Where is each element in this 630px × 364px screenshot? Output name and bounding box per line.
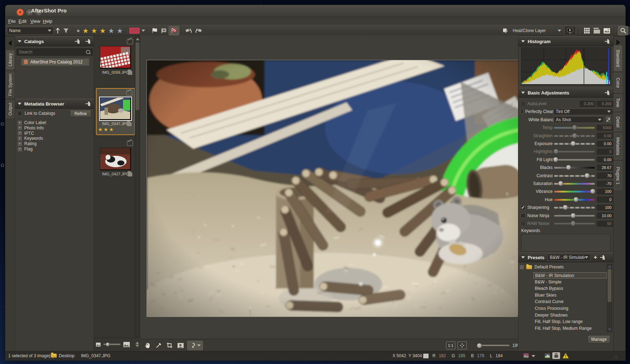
grid-view-icon[interactable] bbox=[582, 26, 591, 35]
noise_ninja-value[interactable]: 10.00 bbox=[597, 212, 613, 219]
presets-scrollbar[interactable] bbox=[607, 264, 612, 332]
straighten-value[interactable]: 0.00 bbox=[597, 133, 613, 139]
color-profile-icon[interactable] bbox=[523, 353, 529, 359]
tab-tone[interactable]: Tone bbox=[614, 94, 622, 111]
autolevel-checkbox[interactable] bbox=[521, 101, 526, 106]
preset-item[interactable]: Bleach Bypass bbox=[533, 286, 607, 292]
resize-grip[interactable]: ∷ bbox=[614, 354, 618, 359]
metadata-item-flag[interactable]: +Flag bbox=[18, 147, 32, 152]
menu-file[interactable]: File bbox=[7, 18, 17, 25]
rating-star-1[interactable]: ★ bbox=[81, 27, 90, 34]
warning-icon[interactable] bbox=[562, 353, 569, 360]
perfectly_clear-select[interactable]: Tint Off bbox=[553, 108, 613, 115]
menu-help[interactable]: Help bbox=[41, 18, 54, 25]
thumbnail-IMG_0099.JPG[interactable]: IMG_0099.JPG bbox=[96, 37, 135, 83]
menu-view[interactable]: View bbox=[29, 18, 42, 25]
blacks-slider-thumb[interactable] bbox=[566, 165, 571, 170]
close-button[interactable]: × bbox=[16, 9, 24, 16]
manage-presets-button[interactable]: Manage bbox=[588, 335, 610, 344]
collapse-folder-icon[interactable]: − bbox=[520, 265, 524, 269]
rating-star-4[interactable]: ★ bbox=[107, 27, 116, 34]
preset-item[interactable]: B&W - IR Simulation bbox=[533, 272, 607, 278]
highlights-slider-track[interactable] bbox=[554, 151, 595, 153]
collapse-triangle-icon[interactable] bbox=[18, 40, 21, 42]
tab-library[interactable]: Library bbox=[6, 50, 15, 70]
thumbnail-rating[interactable]: ★★★ bbox=[98, 127, 134, 132]
link-to-catalogs-checkbox[interactable] bbox=[17, 111, 22, 116]
tab-color[interactable]: Color bbox=[614, 73, 622, 92]
flag-unpick-icon[interactable] bbox=[159, 26, 169, 35]
small-thumbnails-icon[interactable] bbox=[96, 342, 101, 347]
temp-value[interactable]: 5000 bbox=[597, 125, 613, 131]
catalogs-header[interactable]: Catalogs bbox=[15, 36, 94, 46]
flag-pick-icon[interactable] bbox=[150, 26, 159, 35]
metadata-item-rating[interactable]: +Rating bbox=[18, 141, 37, 146]
blacks-slider-track[interactable] bbox=[554, 167, 595, 169]
fill_light-slider-track[interactable] bbox=[554, 159, 595, 161]
pin-icon[interactable] bbox=[86, 102, 91, 106]
pin-icon[interactable] bbox=[86, 39, 91, 43]
refine-button[interactable]: Refine bbox=[70, 110, 91, 117]
perfectly_clear-checkbox[interactable] bbox=[521, 109, 523, 114]
expand-icon[interactable]: + bbox=[18, 142, 22, 146]
preset-item[interactable]: Contrast Curve bbox=[533, 299, 607, 305]
preset-item[interactable]: B&W - Simple bbox=[533, 279, 607, 285]
thumbnail-image[interactable] bbox=[100, 97, 131, 120]
highlights-value[interactable]: 0 bbox=[597, 149, 613, 155]
layer-icon[interactable] bbox=[501, 26, 509, 35]
pin-icon[interactable] bbox=[605, 39, 610, 43]
color-label-swatch[interactable] bbox=[129, 27, 140, 34]
rotate-right-icon[interactable] bbox=[194, 26, 203, 35]
selection-lasso-tool[interactable] bbox=[187, 341, 203, 350]
exposure-value[interactable]: 0.00 bbox=[597, 141, 613, 147]
sharpening-checkbox[interactable]: ✓ bbox=[521, 205, 526, 210]
zoom-slider[interactable] bbox=[476, 343, 510, 348]
saturation-slider-thumb[interactable] bbox=[558, 181, 563, 186]
basic-adjustments-header[interactable]: Basic Adjustments bbox=[518, 88, 613, 98]
preset-item[interactable]: Fill, One Stop, Wide Range bbox=[533, 332, 607, 333]
raw_noise-slider-thumb[interactable] bbox=[570, 221, 576, 226]
filmstrip-scrollbar[interactable] bbox=[135, 36, 140, 337]
title-bar[interactable]: × – ▫ AfterShot Pro bbox=[5, 5, 625, 17]
sharpening-slider-thumb[interactable] bbox=[563, 205, 568, 210]
scroll-up-icon[interactable] bbox=[608, 265, 611, 268]
raw_noise-checkbox[interactable] bbox=[521, 221, 526, 226]
noise_ninja-slider-thumb[interactable] bbox=[570, 213, 576, 218]
folder-icon[interactable] bbox=[51, 353, 57, 358]
scroll-down-icon[interactable] bbox=[135, 345, 139, 347]
histogram-toggle-icon[interactable] bbox=[544, 353, 550, 359]
raw_noise-value[interactable]: 50 bbox=[597, 221, 613, 227]
image-view-icon[interactable] bbox=[602, 26, 611, 35]
zoom-fit-button[interactable] bbox=[457, 342, 467, 349]
presets-header[interactable]: Presets B&W - IR Simulation + bbox=[518, 252, 613, 262]
collapse-right-panel-icon[interactable] bbox=[616, 40, 620, 45]
color-label-dropdown-icon[interactable] bbox=[142, 30, 145, 32]
preset-item[interactable]: Bluer Skies bbox=[533, 292, 607, 298]
hue-slider-thumb[interactable] bbox=[573, 197, 579, 202]
keywords-input[interactable] bbox=[521, 234, 610, 252]
scroll-down-icon[interactable] bbox=[608, 328, 611, 331]
current-folder[interactable]: Desktop bbox=[59, 353, 75, 358]
thumbnail-IMG_0347.JPG[interactable]: IMG_0347.JPG★★★ bbox=[96, 88, 135, 135]
metadata-item-photo-info[interactable]: +Photo Info bbox=[18, 125, 44, 130]
sort-field-select[interactable]: Name bbox=[7, 27, 54, 35]
link-to-catalogs-row[interactable]: Link to Catalogs bbox=[17, 111, 55, 116]
white-balance-eyedropper-icon[interactable] bbox=[605, 116, 611, 123]
slideshow-icon[interactable] bbox=[564, 26, 576, 35]
catalog-item[interactable]: AfterShot Pro Catalog 2012 bbox=[21, 58, 89, 66]
tab-output[interactable]: Output bbox=[6, 100, 15, 118]
preset-folder-row[interactable]: − Default Presets bbox=[520, 265, 564, 270]
preset-item[interactable]: Cross Processing bbox=[533, 306, 607, 312]
rotate-left-icon[interactable] bbox=[184, 26, 194, 35]
preset-selector[interactable]: B&W - IR Simulation bbox=[547, 254, 591, 261]
expand-icon[interactable]: + bbox=[18, 137, 22, 140]
layer-selector[interactable]: Heal/Clone Layer bbox=[510, 27, 564, 35]
sharpening-value[interactable]: 100 bbox=[597, 205, 613, 211]
contrast-slider-thumb[interactable] bbox=[584, 173, 590, 178]
rating-filter[interactable]: ★★★★★ bbox=[81, 27, 124, 34]
menu-edit[interactable]: Edit bbox=[17, 18, 28, 25]
main-image-photo[interactable] bbox=[147, 60, 521, 317]
vibrance-value[interactable]: 100 bbox=[597, 189, 613, 195]
catalog-search-input[interactable]: Search bbox=[16, 48, 93, 56]
metadata-item-iptc[interactable]: +IPTC bbox=[18, 131, 34, 136]
